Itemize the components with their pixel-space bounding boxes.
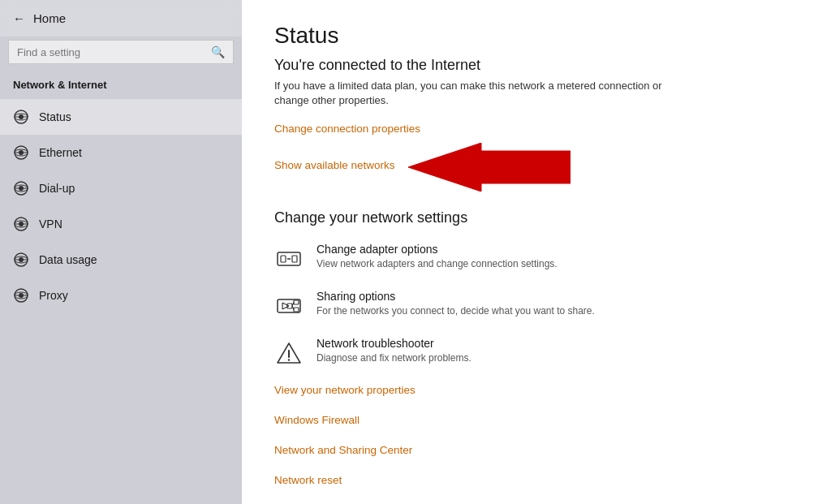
dialup-icon — [13, 180, 29, 196]
sidebar-item-label-ethernet: Ethernet — [39, 146, 82, 159]
sidebar-item-datausage[interactable]: Data usage — [0, 242, 242, 278]
status-connected-text: You're connected to the Internet — [274, 57, 799, 74]
change-connection-properties-link[interactable]: Change connection properties — [274, 123, 799, 135]
change-network-settings-heading: Change your network settings — [274, 209, 799, 226]
sidebar-item-label-datausage: Data usage — [39, 253, 97, 266]
home-icon: ← — [13, 11, 25, 25]
status-icon — [13, 109, 29, 125]
search-icon: 🔍 — [211, 45, 225, 58]
settings-item-adapter: Change adapter options View network adap… — [274, 243, 799, 274]
status-description: If you have a limited data plan, you can… — [274, 79, 664, 108]
search-input[interactable] — [17, 46, 206, 58]
svg-rect-35 — [294, 308, 299, 312]
sidebar-item-vpn[interactable]: VPN — [0, 206, 242, 242]
bottom-links: View your network properties Windows Fir… — [274, 384, 799, 494]
troubleshooter-icon — [274, 338, 304, 368]
sidebar-item-status[interactable]: Status — [0, 99, 242, 135]
settings-item-troubleshooter: Network troubleshooter Diagnose and fix … — [274, 337, 799, 368]
ethernet-icon — [13, 144, 29, 161]
svg-rect-27 — [292, 256, 297, 262]
adapter-title[interactable]: Change adapter options — [316, 243, 558, 256]
datausage-icon — [13, 252, 29, 268]
sidebar-section-title: Network & Internet — [0, 72, 242, 99]
sharing-icon — [274, 291, 304, 321]
troubleshooter-title[interactable]: Network troubleshooter — [316, 337, 471, 350]
main-content: Status You're connected to the Internet … — [242, 0, 831, 504]
adapter-icon — [274, 244, 304, 274]
troubleshooter-desc: Diagnose and fix network problems. — [316, 351, 471, 365]
troubleshooter-text: Network troubleshooter Diagnose and fix … — [316, 337, 471, 365]
page-title: Status — [274, 23, 799, 49]
adapter-text: Change adapter options View network adap… — [316, 243, 558, 271]
home-label: Home — [33, 11, 66, 25]
sidebar-home-button[interactable]: ← Home — [0, 0, 242, 37]
svg-rect-26 — [281, 256, 286, 262]
svg-rect-34 — [294, 300, 299, 304]
vpn-icon — [13, 216, 29, 232]
windows-firewall-link[interactable]: Windows Firewall — [274, 414, 799, 426]
sharing-title[interactable]: Sharing options — [316, 290, 595, 303]
sidebar-item-ethernet[interactable]: Ethernet — [0, 135, 242, 170]
sidebar: ← Home 🔍 Network & Internet Status — [0, 0, 242, 504]
show-available-networks-link[interactable]: Show available networks — [274, 159, 395, 171]
show-networks-container: Show available networks — [274, 143, 799, 192]
sidebar-item-label-vpn: VPN — [39, 218, 62, 230]
proxy-icon — [13, 287, 29, 304]
sidebar-item-dialup[interactable]: Dial-up — [0, 170, 242, 206]
svg-marker-24 — [408, 143, 571, 192]
sidebar-item-proxy[interactable]: Proxy — [0, 278, 242, 313]
search-box[interactable]: 🔍 — [8, 40, 234, 64]
view-network-properties-link[interactable]: View your network properties — [274, 384, 799, 396]
sharing-text: Sharing options For the networks you con… — [316, 290, 595, 318]
settings-item-sharing: Sharing options For the networks you con… — [274, 290, 799, 321]
network-reset-link[interactable]: Network reset — [274, 474, 799, 486]
adapter-desc: View network adapters and change connect… — [316, 257, 558, 271]
sidebar-item-label-status: Status — [39, 110, 71, 123]
sidebar-item-label-proxy: Proxy — [39, 289, 68, 302]
red-arrow-icon — [408, 143, 571, 192]
sidebar-item-label-dialup: Dial-up — [39, 182, 75, 195]
network-sharing-center-link[interactable]: Network and Sharing Center — [274, 444, 799, 456]
svg-point-40 — [288, 360, 290, 361]
sharing-desc: For the networks you connect to, decide … — [316, 304, 595, 318]
